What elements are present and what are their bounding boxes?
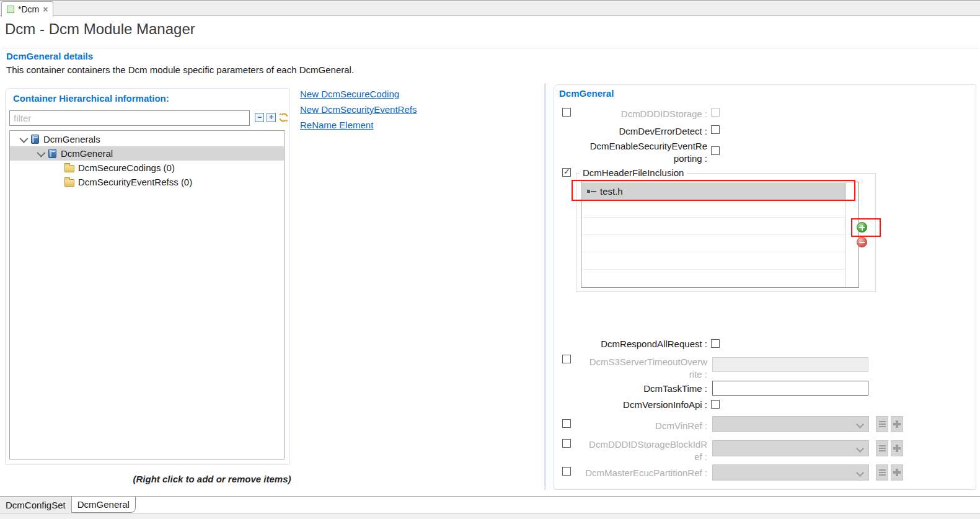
editor-file-icon [7,6,14,13]
list-row-separator [582,234,845,235]
right-section-header: DcmGeneral [559,88,614,99]
dcm-master-ecuc-partition-ref-combo [712,464,869,481]
header-file-list[interactable]: test.h [581,182,859,288]
chevron-down-icon [856,445,864,453]
dcm-vin-ref-enable-checkbox[interactable] [562,419,571,428]
page-title: Dcm - Dcm Module Manager [5,20,195,38]
details-heading: DcmGeneral details [6,51,93,61]
dcm-task-time-label: DcmTaskTime : [571,383,707,394]
dcm-dddid-storage-enable-checkbox[interactable] [562,108,571,117]
dcm-dddid-storage-label: DcmDDDIDStorage : [571,109,707,119]
list-select-icon [879,421,886,427]
dcm-dev-error-detect-label: DcmDevErrorDetect : [571,126,707,136]
tree-item-label: DcmSecureCodings (0) [78,162,175,173]
dcm-header-file-inclusion-enable-checkbox[interactable] [562,168,571,177]
dcmgeneral-form-section: DcmGeneral DcmDDDIDStorage : DcmDevError… [554,84,976,490]
details-description: This container containers the Dcm module… [6,64,354,75]
dcm-vin-ref-label: DcmVinRef : [571,420,707,431]
bottom-strip [0,513,980,519]
dcm-s3-server-timeout-overwrite-input [712,357,868,372]
list-row-separator [582,200,845,200]
chevron-down-icon [856,469,864,477]
list-select-icon [879,445,886,451]
list-select-icon [879,469,886,476]
link-new-dcmsecurityeventrefs[interactable]: New DcmSecurityEventRefs [300,104,417,115]
form-separator [2,48,978,48]
dcm-master-ecuc-partition-ref-add-button [891,464,903,481]
list-item-test-h[interactable]: test.h [582,183,845,200]
dcm-master-ecuc-partition-ref-browse-button [876,464,888,481]
list-row-separator [582,252,845,252]
tab-dcmconfigset[interactable]: DcmConfigSet [0,497,72,513]
dcm-master-ecuc-partition-ref-label: DcmMasterEcucPartitionRef : [571,468,707,478]
filter-input[interactable] [9,110,250,126]
dcm-vin-ref-add-button [891,416,903,432]
dcm-dddid-storage-block-id-ref-add-button [891,440,903,456]
dcm-dev-error-detect-checkbox[interactable] [711,125,720,134]
dcm-task-time-input[interactable] [712,381,868,396]
editor-tab-dcm[interactable]: *Dcm × [1,1,53,17]
dcm-version-info-api-label: DcmVersionInfoApi : [571,399,707,410]
dcm-enable-security-event-reporting-label: DcmEnableSecurityEventReporting : [586,140,707,165]
dcm-header-file-inclusion-label: DcmHeaderFileInclusion [580,167,687,178]
dcm-vin-ref-browse-button [876,416,888,432]
plus-icon [893,469,901,476]
list-row-separator [582,269,845,270]
dcm-master-ecuc-partition-ref-enable-checkbox[interactable] [562,467,571,476]
hierarchy-tree: DcmGenerals DcmGeneral DcmSecureCodings … [9,130,285,459]
link-new-dcmsecurecoding[interactable]: New DcmSecureCoding [300,89,399,99]
dcm-enable-security-event-reporting-checkbox[interactable] [711,146,720,155]
param-value-icon [587,189,597,195]
dcm-vin-ref-combo [712,416,869,432]
folder-icon [64,165,74,172]
editor-tab-title: *Dcm [18,4,39,14]
dcm-dddid-storage-checkbox [711,108,720,117]
expand-all-icon[interactable]: + [267,113,276,122]
dcm-s3-server-timeout-overwrite-label: DcmS3ServerTimeoutOverwrite : [586,356,707,381]
tree-expander-icon[interactable] [19,134,28,143]
list-row-separator [582,217,845,218]
chevron-down-icon [856,420,864,428]
module-icon [31,135,39,144]
dcm-respond-all-request-checkbox[interactable] [711,339,720,348]
folder-icon [64,179,74,187]
tree-item-dcmgenerals[interactable]: DcmGenerals [10,131,284,146]
dcm-respond-all-request-label: DcmRespondAllRequest : [571,339,707,349]
module-icon [48,149,56,158]
tree-item-dcmsecurityeventrefss[interactable]: DcmSecurityEventRefss (0) [10,175,284,189]
tree-item-label: DcmGenerals [43,134,100,144]
dcm-dddid-storage-block-id-ref-browse-button [876,440,888,456]
dcm-dddid-storage-block-id-ref-enable-checkbox[interactable] [562,439,571,448]
plus-icon [893,420,901,428]
list-column-divider [845,182,846,287]
dcm-s3-server-timeout-overwrite-enable-checkbox[interactable] [562,355,571,363]
list-item-label: test.h [600,186,623,197]
remove-item-button[interactable] [857,237,867,247]
tab-dcmgeneral[interactable]: DcmGeneral [72,497,136,513]
container-hierarchy-section: Container Hierarchical information: − + … [5,88,290,465]
add-item-button[interactable] [857,222,867,233]
link-rename-element[interactable]: ReName Element [300,120,373,130]
right-click-hint: (Right click to add or remove items) [63,474,361,484]
close-icon[interactable]: × [43,6,48,13]
bottom-tab-bar: DcmConfigSet DcmGeneral [0,496,980,513]
dcm-dddid-storage-block-id-ref-combo [712,440,869,456]
tree-expander-icon[interactable] [37,148,45,157]
panel-divider [544,83,546,490]
left-section-header: Container Hierarchical information: [13,93,169,104]
tree-item-dcmgeneral[interactable]: DcmGeneral [10,146,284,161]
dcm-dddid-storage-block-id-ref-label: DcmDDDIDStorageBlockIdRef : [586,438,707,463]
editor-tab-bar: *Dcm × [0,0,980,16]
dcm-version-info-api-checkbox[interactable] [711,400,720,409]
tree-item-label: DcmGeneral [61,148,113,159]
dcm-module-manager-window: *Dcm × Dcm - Dcm Module Manager DcmGener… [0,0,980,519]
plus-icon [893,445,901,452]
collapse-all-icon[interactable]: − [255,113,264,122]
refresh-icon[interactable] [278,112,289,123]
tree-item-label: DcmSecurityEventRefss (0) [78,177,192,187]
tree-item-dcmsecurecodings[interactable]: DcmSecureCodings (0) [10,161,284,175]
